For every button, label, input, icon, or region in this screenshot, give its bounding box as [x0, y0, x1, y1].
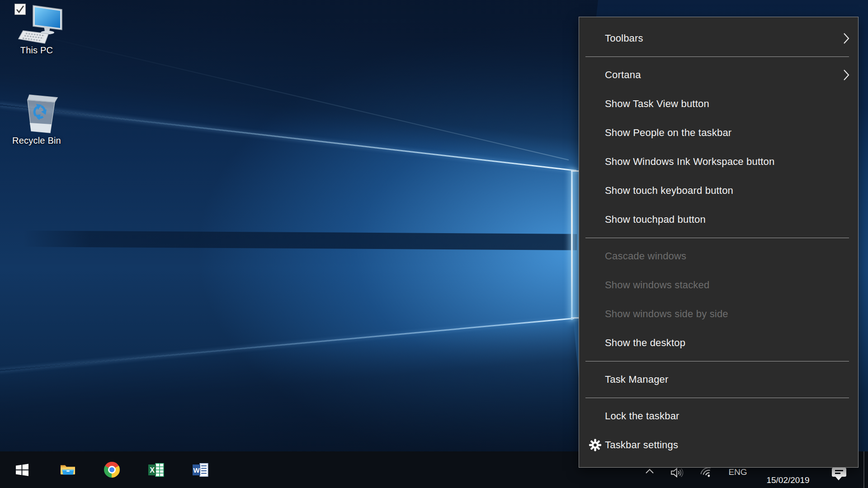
menu-item-label: Toolbars	[605, 33, 643, 44]
tray-clock-date[interactable]: 15/02/2019	[756, 475, 820, 486]
menu-item-show-task-view[interactable]: Show Task View button	[579, 89, 858, 118]
checkmark-icon	[15, 4, 25, 14]
menu-item-label: Show People on the taskbar	[605, 127, 731, 139]
show-desktop-divider[interactable]	[863, 451, 864, 488]
menu-item-label: Cascade windows	[605, 250, 686, 262]
menu-item-lock-the-taskbar[interactable]: Lock the taskbar	[579, 402, 858, 431]
chrome-icon	[104, 462, 120, 478]
taskbar-file-explorer[interactable]	[57, 451, 79, 488]
recycle-bin-checkbox[interactable]	[14, 4, 26, 15]
menu-item-show-the-desktop[interactable]: Show the desktop	[579, 328, 858, 357]
wallpaper-ray-top	[0, 104, 576, 171]
taskbar-context-menu: Toolbars Cortana Show Task View button S…	[579, 17, 859, 468]
this-pc-label: This PC	[0, 45, 73, 56]
menu-item-task-manager[interactable]: Task Manager	[579, 365, 858, 394]
menu-item-label: Cortana	[605, 69, 641, 81]
menu-item-label: Taskbar settings	[605, 439, 678, 451]
menu-separator	[585, 238, 849, 238]
menu-item-label: Show Windows Ink Workspace button	[605, 156, 774, 168]
desktop-icon-recycle-bin[interactable]: Recycle Bin	[0, 89, 73, 146]
menu-item-show-windows-side-by-side: Show windows side by side	[579, 300, 858, 328]
menu-item-label: Show the desktop	[605, 337, 685, 349]
wallpaper-window-crossbar	[23, 230, 577, 250]
menu-item-show-ink-workspace[interactable]: Show Windows Ink Workspace button	[579, 147, 858, 176]
wallpaper-ray-bottom	[0, 318, 574, 371]
menu-item-show-windows-stacked: Show windows stacked	[579, 271, 858, 300]
language-label: ENG	[728, 467, 747, 477]
wallpaper-window-pane	[573, 172, 579, 319]
menu-item-label: Lock the taskbar	[605, 410, 679, 422]
recycle-bin-label: Recycle Bin	[0, 136, 73, 146]
menu-separator	[585, 398, 849, 398]
wallpaper-dark-upper	[0, 0, 621, 171]
menu-item-show-people[interactable]: Show People on the taskbar	[579, 118, 858, 147]
volume-icon	[670, 467, 684, 479]
notifications-icon-tail	[835, 477, 842, 480]
menu-item-label: Show windows stacked	[605, 279, 709, 291]
wallpaper-ray-faint	[5, 28, 569, 160]
menu-separator	[585, 361, 849, 361]
chevron-right-icon	[843, 69, 850, 81]
start-button[interactable]	[11, 451, 33, 488]
wallpaper-window-glow-line	[571, 170, 573, 320]
chevron-right-icon	[843, 32, 850, 45]
menu-item-taskbar-settings[interactable]: Taskbar settings	[579, 431, 858, 460]
windows-desktop-screen: This PC Recycle Bin	[0, 0, 868, 488]
menu-item-label: Show windows side by side	[605, 308, 728, 320]
svg-text:W: W	[193, 466, 200, 474]
menu-item-show-touchpad[interactable]: Show touchpad button	[579, 205, 858, 234]
menu-item-toolbars[interactable]: Toolbars	[579, 24, 858, 53]
menu-item-show-touch-keyboard[interactable]: Show touch keyboard button	[579, 176, 858, 205]
desktop-icon-this-pc[interactable]: This PC	[0, 4, 73, 56]
menu-item-cortana[interactable]: Cortana	[579, 61, 858, 89]
taskbar-chrome[interactable]	[101, 451, 123, 488]
notifications-icon	[832, 468, 846, 477]
tray-language-indicator[interactable]: ENG	[724, 467, 751, 478]
chevron-up-icon	[645, 468, 655, 475]
date-label: 15/02/2019	[766, 475, 809, 485]
taskbar-excel[interactable]: X	[145, 451, 167, 488]
menu-item-label: Show Task View button	[605, 98, 709, 110]
recycle-bin-icon	[9, 89, 64, 136]
svg-text:X: X	[150, 466, 155, 474]
taskbar-word[interactable]: W	[189, 451, 211, 488]
word-icon: W	[192, 463, 208, 477]
file-explorer-icon	[60, 463, 76, 477]
menu-item-label: Task Manager	[605, 374, 669, 385]
excel-icon: X	[148, 463, 164, 477]
gear-icon	[589, 439, 602, 452]
menu-item-label: Show touchpad button	[605, 214, 706, 225]
menu-item-cascade-windows: Cascade windows	[579, 242, 858, 271]
windows-logo-icon	[14, 462, 30, 478]
menu-separator	[585, 56, 849, 57]
menu-item-label: Show touch keyboard button	[605, 185, 733, 197]
